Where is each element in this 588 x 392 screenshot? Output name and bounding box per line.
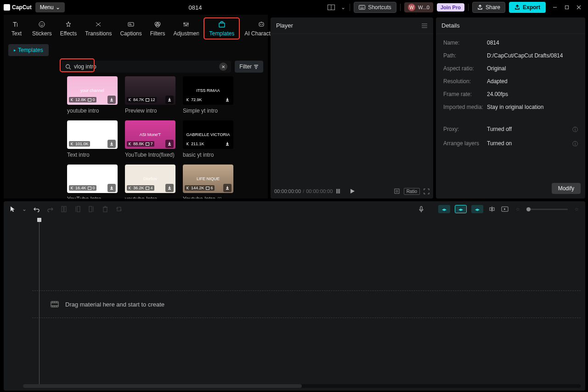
player-viewport[interactable] <box>271 34 433 184</box>
crop-icon[interactable] <box>115 205 123 213</box>
template-thumbnail[interactable]: GABRIELLE VICTORIA 211.1K <box>183 120 233 149</box>
zoom-out-icon[interactable]: ○ <box>514 205 522 213</box>
magnet-both-icon[interactable]: ◂▸ <box>455 205 467 213</box>
preview-toggle-icon[interactable] <box>501 205 509 213</box>
shortcuts-button[interactable]: Shortcuts <box>354 2 396 13</box>
trim-left-icon[interactable] <box>74 205 82 213</box>
thumb-overlay: 101.0K <box>67 139 118 149</box>
magnet-left-icon[interactable]: ◂▸ <box>438 205 450 213</box>
template-card[interactable]: your channel 12.8K 0 youtube intro <box>67 76 118 114</box>
uses-count: 36.2K <box>133 186 144 190</box>
chevron-down-icon[interactable]: ⌄ <box>340 2 346 13</box>
minimize-button[interactable] <box>549 2 560 13</box>
clear-search-button[interactable]: ✕ <box>219 62 227 71</box>
playhead[interactable] <box>39 220 40 386</box>
download-icon[interactable] <box>165 96 174 104</box>
svg-point-30 <box>260 24 261 25</box>
tab-transitions[interactable]: Transitions <box>81 18 115 39</box>
join-pro-button[interactable]: Join Pro <box>437 3 464 11</box>
focus-icon[interactable] <box>394 188 400 194</box>
timeline-dropzone[interactable]: Drag material here and start to create <box>32 290 581 318</box>
split-icon[interactable] <box>60 205 68 213</box>
delete-icon[interactable] <box>101 205 109 213</box>
template-card[interactable]: Diorliov 36.2K 4 youtube Intro <box>125 165 175 199</box>
zoom-slider[interactable] <box>526 209 568 210</box>
tab-adjustment[interactable]: Adjustment <box>170 18 203 39</box>
template-thumbnail[interactable]: Diorliov 36.2K 4 <box>125 165 175 193</box>
svg-rect-64 <box>492 208 494 210</box>
download-icon[interactable] <box>223 184 232 192</box>
align-icon[interactable] <box>488 205 496 213</box>
template-title: youtube intro <box>67 108 99 114</box>
tab-captions[interactable]: Captions <box>116 18 145 39</box>
tab-effects[interactable]: Effects <box>57 18 80 39</box>
help-icon[interactable]: ⓘ <box>572 126 578 134</box>
template-card[interactable]: 84.7K 12 Preview intro <box>125 76 175 114</box>
template-thumbnail[interactable]: Priscila Tayla 101.0K <box>67 120 118 149</box>
details-header: Details <box>436 17 585 34</box>
template-thumbnail[interactable]: YouTube 16.4K 0 <box>67 165 118 193</box>
export-button[interactable]: Export <box>509 2 546 13</box>
template-thumbnail[interactable]: 84.7K 12 <box>125 76 175 105</box>
ratio-button[interactable]: Ratio <box>404 188 420 195</box>
template-thumbnail[interactable]: ASI Mone'T 88.8K 7 <box>125 120 175 149</box>
svg-rect-39 <box>146 187 149 189</box>
spacer <box>443 117 578 119</box>
filter-button[interactable]: Filter <box>235 61 263 73</box>
tab-label: Adjustment <box>173 30 199 37</box>
template-thumbnail[interactable]: LIFE NIQUE 144.2K 6 <box>183 165 233 193</box>
detail-label: Proxy: <box>443 126 487 134</box>
template-card[interactable]: GABRIELLE VICTORIA 211.1K basic yt intro <box>183 120 233 158</box>
play-icon[interactable] <box>350 188 355 194</box>
main-row: TI Text Stickers Effects Transitions Cap… <box>0 15 588 199</box>
download-icon[interactable] <box>223 96 232 104</box>
tab-stickers[interactable]: Stickers <box>28 18 56 39</box>
trim-right-icon[interactable] <box>87 205 96 213</box>
template-card[interactable]: Priscila Tayla 101.0K Text intro <box>67 120 118 158</box>
template-card[interactable]: ASI Mone'T 88.8K 7 YouTube Intro(fixed) <box>125 120 175 158</box>
download-icon[interactable] <box>223 140 232 148</box>
close-button[interactable] <box>573 2 584 13</box>
pointer-tool-icon[interactable] <box>8 205 17 213</box>
template-thumbnail[interactable]: ITSS RIMAA 72.9K <box>183 76 233 105</box>
template-card[interactable]: LIFE NIQUE 144.2K 6 Youtube Intro ♡ <box>183 165 233 199</box>
scrollbar-thumb[interactable] <box>23 384 302 388</box>
menu-button[interactable]: Menu ⌄ <box>35 2 65 12</box>
undo-icon[interactable] <box>32 205 40 213</box>
search-input[interactable] <box>74 63 219 70</box>
heart-icon[interactable]: ♡ <box>217 196 222 199</box>
template-card[interactable]: YouTube 16.4K 0 YouTube Intro <box>67 165 118 199</box>
template-thumbnail[interactable]: your channel 12.8K 0 <box>67 76 118 105</box>
template-stats: 88.8K 7 <box>127 141 154 147</box>
user-badge[interactable]: W W...0 <box>404 2 433 12</box>
share-button[interactable]: Share <box>472 2 505 13</box>
chevron-down-icon[interactable]: ⌄ <box>22 205 27 213</box>
magnet-right-icon[interactable]: ◂▸ <box>471 205 483 213</box>
tab-filters[interactable]: Filters <box>147 18 169 39</box>
maximize-button[interactable] <box>561 2 572 13</box>
tab-text[interactable]: TI Text <box>6 18 28 39</box>
captions-icon <box>127 20 135 28</box>
fullscreen-icon[interactable] <box>424 188 430 194</box>
template-card[interactable]: ITSS RIMAA 72.9K Simple yt intro <box>183 76 233 114</box>
redo-icon[interactable] <box>46 205 54 213</box>
download-icon[interactable] <box>165 140 174 148</box>
layout-icon[interactable] <box>326 2 337 13</box>
tab-templates[interactable]: Templates <box>204 17 240 40</box>
sidebar-templates-chip[interactable]: ▸ Templates <box>8 44 49 56</box>
modify-button[interactable]: Modify <box>552 183 581 194</box>
zoom-in-icon[interactable]: ○ <box>572 205 581 213</box>
download-icon[interactable] <box>107 184 116 192</box>
zoom-slider-thumb[interactable] <box>526 207 531 211</box>
timeline-tools-left: ⌄ <box>8 205 123 213</box>
svg-point-4 <box>361 6 362 6</box>
download-icon[interactable] <box>165 184 174 192</box>
help-icon[interactable]: ⓘ <box>572 140 578 148</box>
download-icon[interactable] <box>107 96 116 104</box>
prev-frame-icon[interactable] <box>336 188 341 194</box>
timeline[interactable]: Drag material here and start to create <box>4 217 585 391</box>
mic-icon[interactable] <box>417 205 425 213</box>
player-menu-icon[interactable] <box>421 23 428 28</box>
timeline-scrollbar[interactable] <box>23 384 581 388</box>
download-icon[interactable] <box>107 140 116 148</box>
